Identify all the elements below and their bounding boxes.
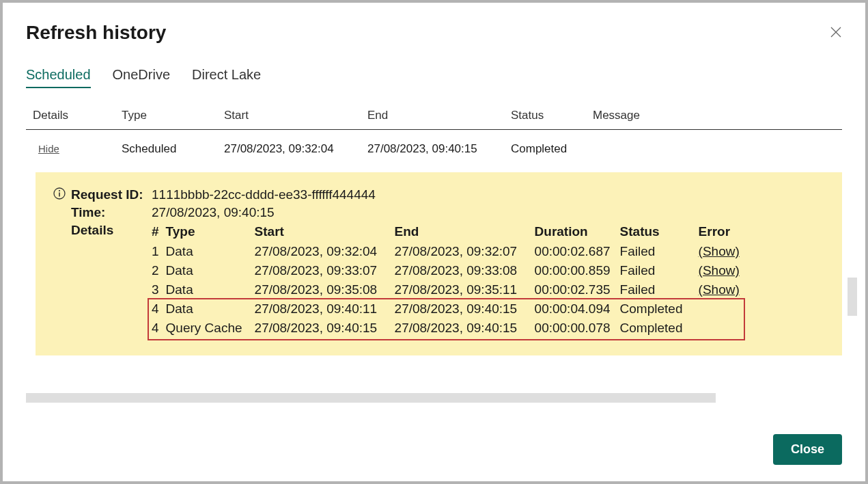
detail-start: 27/08/2023, 09:40:15 bbox=[255, 319, 395, 338]
detail-error: (Show) bbox=[699, 280, 746, 299]
col-end: End bbox=[367, 109, 511, 122]
row-start: 27/08/2023, 09:32:04 bbox=[224, 142, 367, 156]
col-message: Message bbox=[593, 109, 835, 122]
detail-num: 3 bbox=[152, 280, 166, 299]
tabs: Scheduled OneDrive Direct Lake bbox=[26, 67, 842, 88]
detail-error bbox=[699, 319, 746, 338]
vertical-scrollbar[interactable] bbox=[848, 278, 857, 316]
col-start: Start bbox=[224, 109, 367, 122]
svg-rect-4 bbox=[59, 193, 60, 197]
detail-duration: 00:00:02.687 bbox=[535, 242, 620, 261]
horizontal-scrollbar[interactable] bbox=[26, 393, 716, 403]
show-error-link[interactable]: (Show) bbox=[699, 244, 740, 258]
dh-num: # bbox=[152, 223, 166, 242]
detail-type: Data bbox=[166, 299, 255, 319]
show-error-link[interactable]: (Show) bbox=[699, 282, 740, 297]
detail-status: Completed bbox=[620, 319, 699, 338]
detail-error bbox=[699, 299, 746, 319]
dh-end: End bbox=[395, 223, 535, 242]
time-label: Time: bbox=[71, 205, 152, 220]
detail-status: Completed bbox=[620, 299, 699, 319]
close-button[interactable]: Close bbox=[773, 434, 842, 465]
detail-end: 27/08/2023, 09:35:11 bbox=[395, 280, 535, 299]
history-row: Hide Scheduled 27/08/2023, 09:32:04 27/0… bbox=[26, 130, 842, 168]
detail-num: 4 bbox=[152, 319, 166, 338]
row-status: Completed bbox=[511, 142, 593, 156]
col-status: Status bbox=[511, 109, 593, 122]
dh-error: Error bbox=[699, 223, 746, 242]
dh-duration: Duration bbox=[535, 223, 620, 242]
detail-duration: 00:00:00.859 bbox=[535, 261, 620, 280]
info-icon bbox=[53, 187, 66, 200]
detail-end: 27/08/2023, 09:40:15 bbox=[395, 299, 535, 319]
detail-duration: 00:00:00.078 bbox=[535, 319, 620, 338]
close-icon[interactable] bbox=[830, 26, 842, 40]
detail-error: (Show) bbox=[699, 261, 746, 280]
request-id-value: 1111bbbb-22cc-dddd-ee33-ffffff444444 bbox=[152, 187, 824, 202]
detail-start: 27/08/2023, 09:40:11 bbox=[255, 299, 395, 319]
page-title: Refresh history bbox=[26, 22, 166, 44]
detail-num: 4 bbox=[152, 299, 166, 319]
detail-row: 3Data27/08/2023, 09:35:0827/08/2023, 09:… bbox=[152, 280, 746, 299]
svg-point-3 bbox=[59, 190, 60, 191]
detail-type: Data bbox=[166, 242, 255, 261]
row-end: 27/08/2023, 09:40:15 bbox=[367, 142, 511, 156]
col-details: Details bbox=[33, 109, 122, 122]
detail-status: Failed bbox=[620, 261, 699, 280]
detail-duration: 00:00:04.094 bbox=[535, 299, 620, 319]
detail-status: Failed bbox=[620, 280, 699, 299]
details-panel: Request ID: 1111bbbb-22cc-dddd-ee33-ffff… bbox=[36, 172, 842, 355]
detail-end: 27/08/2023, 09:33:08 bbox=[395, 261, 535, 280]
detail-row: 2Data27/08/2023, 09:33:0727/08/2023, 09:… bbox=[152, 261, 746, 280]
detail-end: 27/08/2023, 09:32:07 bbox=[395, 242, 535, 261]
detail-start: 27/08/2023, 09:32:04 bbox=[255, 242, 395, 261]
tab-onedrive[interactable]: OneDrive bbox=[113, 67, 170, 88]
detail-type: Data bbox=[166, 261, 255, 280]
col-type: Type bbox=[122, 109, 224, 122]
detail-duration: 00:00:02.735 bbox=[535, 280, 620, 299]
dh-start: Start bbox=[255, 223, 395, 242]
details-table: # Type Start End Duration Status Error bbox=[152, 223, 746, 338]
tab-direct-lake[interactable]: Direct Lake bbox=[192, 67, 261, 88]
details-label: Details bbox=[71, 223, 152, 238]
history-column-headers: Details Type Start End Status Message bbox=[26, 109, 842, 130]
tab-scheduled[interactable]: Scheduled bbox=[26, 67, 91, 88]
row-type: Scheduled bbox=[122, 142, 224, 156]
detail-type: Data bbox=[166, 280, 255, 299]
request-id-label: Request ID: bbox=[71, 187, 152, 202]
detail-end: 27/08/2023, 09:40:15 bbox=[395, 319, 535, 338]
dh-status: Status bbox=[620, 223, 699, 242]
toggle-hide-link[interactable]: Hide bbox=[33, 143, 59, 154]
detail-type: Query Cache bbox=[166, 319, 255, 338]
time-value: 27/08/2023, 09:40:15 bbox=[152, 205, 824, 220]
show-error-link[interactable]: (Show) bbox=[699, 263, 740, 278]
dh-type: Type bbox=[166, 223, 255, 242]
detail-row: 4Query Cache27/08/2023, 09:40:1527/08/20… bbox=[152, 319, 746, 338]
detail-num: 2 bbox=[152, 261, 166, 280]
detail-start: 27/08/2023, 09:33:07 bbox=[255, 261, 395, 280]
detail-error: (Show) bbox=[699, 242, 746, 261]
detail-num: 1 bbox=[152, 242, 166, 261]
detail-row: 4Data27/08/2023, 09:40:1127/08/2023, 09:… bbox=[152, 299, 746, 319]
detail-status: Failed bbox=[620, 242, 699, 261]
detail-start: 27/08/2023, 09:35:08 bbox=[255, 280, 395, 299]
detail-row: 1Data27/08/2023, 09:32:0427/08/2023, 09:… bbox=[152, 242, 746, 261]
